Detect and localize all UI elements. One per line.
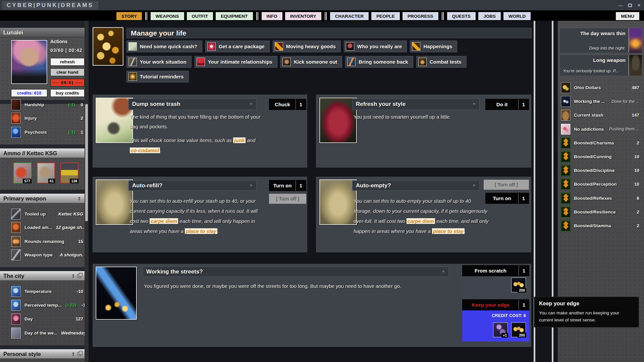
storylet-option-combat-tests[interactable]: Combat tests: [416, 56, 467, 68]
storylet-option-happenings[interactable]: Happenings: [410, 41, 457, 52]
quality-row-boosted-resilience[interactable]: Boosted/Resilience 2: [561, 205, 639, 219]
auto-empty-turn-on-button[interactable]: Turn on 1: [485, 193, 529, 204]
street-sense-item-thumbnail[interactable]: 200: [511, 278, 526, 292]
inline-link[interactable]: place to stay: [432, 228, 465, 234]
credits-button[interactable]: credits: 610: [11, 89, 47, 97]
minimize-icon[interactable]: —: [618, 3, 623, 8]
ammo-item-cartridge[interactable]: 138: [60, 163, 78, 183]
storylet-option-bring-someone-back[interactable]: Bring someone back: [345, 56, 413, 68]
quality-row-no-addictions[interactable]: No addictions Pushing them ...: [561, 122, 639, 136]
weapon-row-tooled-up[interactable]: Tooled up Kettec KSG: [11, 207, 83, 221]
expand-icon[interactable]: [77, 274, 81, 278]
section-header-city[interactable]: The city ↥: [0, 271, 85, 281]
tab-character[interactable]: CHARACTER: [330, 12, 369, 20]
quality-row-boosted-discipline[interactable]: Boosted/Discipline 10: [561, 164, 639, 177]
city-row-perceived-temp[interactable]: Perceived temp... (+22)-10: [11, 298, 83, 312]
pin-icon[interactable]: ⚑: [472, 102, 476, 107]
maximize-icon[interactable]: [628, 4, 632, 7]
quality-row-boosted-stamina[interactable]: Boosted/Stamina 2: [561, 219, 639, 233]
quality-row-boosted-reflexes[interactable]: Boosted/Reflexes 6: [561, 191, 639, 205]
tab-group-divider: [442, 12, 444, 20]
refresh-button[interactable]: refresh: [50, 58, 85, 66]
quality-row-boosted-charisma[interactable]: Boosted/Charisma 2: [561, 136, 639, 150]
pin-icon[interactable]: ↥: [71, 274, 75, 278]
storylet-option-moving-heavy-goods[interactable]: Moving heavy goods: [273, 41, 341, 52]
ammo-item-shell-gray[interactable]: 61: [37, 163, 55, 183]
section-header-primary-weapon[interactable]: Primary weapon ↥: [0, 194, 85, 203]
quality-row-current-stash[interactable]: Current stash 147: [561, 108, 639, 122]
timer-button[interactable]: ···· 09:41 ····: [50, 79, 85, 86]
buy-credits-button[interactable]: buy credits: [50, 89, 85, 97]
quality-row-boosted-cunning[interactable]: Boosted/Cunning 10: [561, 150, 639, 164]
weapon-row-weapon-type[interactable]: Weapon type A shotgun.: [11, 248, 83, 261]
tab-quests[interactable]: QUESTS: [447, 12, 476, 20]
tab-world[interactable]: WORLD: [503, 12, 531, 20]
tab-equipment[interactable]: EQUIPMENT: [216, 12, 253, 20]
tab-info[interactable]: INFO: [262, 12, 282, 20]
inline-link[interactable]: junk: [233, 137, 246, 143]
row-label: Temperature: [24, 289, 52, 294]
left-sidebar-scrollbar-thumb[interactable]: [85, 104, 88, 221]
pin-icon[interactable]: ⚑: [249, 102, 253, 107]
pin-icon[interactable]: ⚑: [472, 183, 476, 188]
tab-people[interactable]: PEOPLE: [371, 12, 400, 20]
stat-row-hardship[interactable]: Hardship (-1)0: [11, 98, 83, 111]
pin-icon[interactable]: ↥: [71, 352, 75, 356]
storylet-option-need-some-quick-cash[interactable]: Need some quick cash?: [126, 41, 202, 52]
event-card-long-weapon[interactable]: Long weapon You're seriously tooled up. …: [559, 55, 642, 76]
tab-jobs[interactable]: JOBS: [478, 12, 501, 20]
storylet-option-get-a-care-package[interactable]: Get a care package: [205, 41, 270, 52]
tab-story[interactable]: STORY: [116, 12, 142, 20]
auto-refill-turn-off-button[interactable]: [ Turn off ]: [269, 194, 306, 204]
city-row-temperature[interactable]: Temperature -10: [11, 285, 83, 298]
weapon-row-loaded-am[interactable]: Loaded am... 12 gauge sh...: [11, 221, 83, 234]
auto-empty-turn-off-button[interactable]: [ Turn off ]: [484, 180, 529, 190]
inline-link[interactable]: co-codamol: [130, 147, 160, 153]
storylet-option-who-you-really-are[interactable]: Who you really are: [344, 41, 407, 52]
event-card-day-wears-thin[interactable]: The day wears thin Deep into the night.: [559, 28, 642, 53]
from-scratch-button[interactable]: From scratch 1: [462, 265, 529, 276]
inline-link[interactable]: carpe diem: [150, 218, 178, 224]
turn-on-button-count: 1: [296, 180, 306, 191]
do-it-button[interactable]: Do it 1: [485, 99, 529, 110]
pin-icon[interactable]: ↥: [77, 196, 81, 201]
tab-inventory[interactable]: INVENTORY: [285, 12, 321, 20]
expand-icon[interactable]: [77, 352, 81, 356]
pin-icon[interactable]: ⚑: [441, 269, 445, 274]
clear-hand-button[interactable]: clear hand: [50, 68, 85, 76]
auto-refill-turn-on-button[interactable]: Turn on 1: [269, 180, 306, 191]
stat-row-psychosis[interactable]: Psychosis (-1)1: [11, 125, 83, 139]
storylet-option-kick-someone-out[interactable]: Kick someone out: [280, 56, 342, 68]
inline-link[interactable]: place to stay: [185, 228, 217, 234]
city-row-day[interactable]: Day 127: [11, 312, 83, 325]
tab-outfit[interactable]: OUTFIT: [187, 12, 213, 20]
card-flavor: You can set this to auto-refill your sta…: [130, 196, 264, 236]
storylet-option-your-work-situation[interactable]: Your work situation: [126, 56, 192, 68]
keep-your-edge-button[interactable]: Keep your edge 1: [462, 299, 529, 310]
section-header-personal-style[interactable]: Personal style ↥: [0, 349, 85, 359]
quality-row-working-the[interactable]: Working the ... Done for the ...: [561, 95, 639, 108]
storylet-option-your-intimate-relationships[interactable]: Your intimate relationships: [195, 56, 277, 68]
weapon-row-rounds-remaining[interactable]: Rounds remaining 15: [11, 235, 83, 248]
card-working-the-streets: Working the streets? ⚑ You figured you w…: [93, 264, 531, 347]
chuck-button[interactable]: Chuck 1: [269, 99, 306, 110]
tab-weapons[interactable]: WEAPONS: [151, 12, 184, 20]
tab-progress[interactable]: PROGRESS: [402, 12, 438, 20]
tooltip-keep-your-edge: Keep your edge You can make another run …: [534, 297, 639, 327]
section-header-ammo[interactable]: Ammo // Kettec KSG: [0, 148, 85, 158]
storylet-option-tutorial-reminders[interactable]: Tutorial reminders: [126, 71, 189, 82]
pin-icon[interactable]: ⚑: [249, 183, 253, 188]
turn-on-button-label: Turn on: [486, 193, 518, 203]
character-section-header[interactable]: Lunalei: [0, 28, 85, 38]
edge-item-thumbnail[interactable]: »1: [493, 322, 508, 337]
close-icon[interactable]: ×: [637, 2, 641, 8]
menu-button[interactable]: MENU: [616, 12, 639, 20]
city-row-day-of-the-we[interactable]: Day of the we... Wednesday: [11, 326, 83, 340]
stat-row-injury[interactable]: Injury 2: [11, 111, 83, 125]
inline-link[interactable]: carpe diem: [407, 218, 435, 224]
street-sense-item-thumbnail[interactable]: 200: [511, 322, 526, 337]
ammo-item-shell-red[interactable]: 577: [13, 163, 32, 183]
quality-row-ohio-dollars[interactable]: Ohio Dollars 487: [561, 81, 639, 95]
quality-row-boosted-perception[interactable]: Boosted/Perception 10: [561, 177, 639, 191]
left-sidebar-scrollbar[interactable]: [85, 21, 89, 362]
